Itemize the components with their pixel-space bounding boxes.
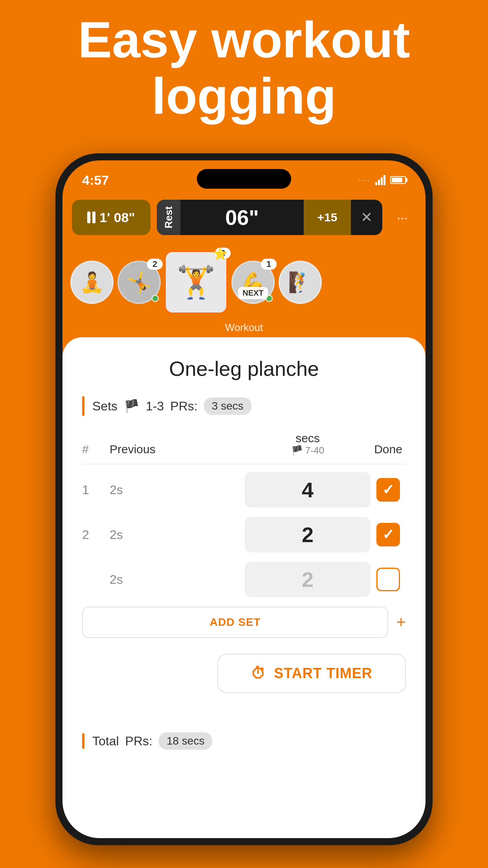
set-num-2: 2	[82, 528, 106, 542]
set-badge-2: 2	[147, 259, 163, 270]
exercise-thumb-1: 🧘	[70, 261, 114, 304]
set-num-1: 1	[82, 483, 106, 497]
carousel-item-1[interactable]: 🧘	[70, 261, 114, 304]
main-card: One-leg planche Sets 🏴 1-3 PRs: 3 secs #…	[62, 337, 426, 838]
signal-icon: ····	[358, 176, 371, 184]
timer-pause-button[interactable]: 1' 08"	[72, 200, 150, 235]
timer-bar: 1' 08" Rest 06" +15 ✕ ···	[72, 200, 416, 235]
set-prev-3: 2s	[106, 572, 245, 587]
done-checkbox-1[interactable]: ✓	[371, 478, 406, 502]
prs-label: PRs:	[170, 399, 197, 414]
sets-text: Sets 🏴 1-3 PRs: 3 secs	[92, 397, 251, 415]
col-header-done: Done	[371, 443, 406, 456]
carousel-item-4[interactable]: 💪 1 NEXT	[231, 261, 275, 304]
hero-line2: logging	[16, 68, 472, 124]
star-badge-3: ⭐	[213, 247, 227, 261]
more-button[interactable]: ···	[389, 200, 416, 235]
hero-text: Easy workout logging	[0, 12, 488, 124]
sets-info: Sets 🏴 1-3 PRs: 3 secs	[82, 396, 406, 416]
status-time: 4:57	[82, 173, 109, 188]
wifi-icon	[375, 175, 385, 185]
exercise-thumb-5: 🧗	[279, 261, 322, 304]
total-prs-label: PRs:	[125, 734, 152, 748]
rest-countdown: 06"	[180, 205, 304, 230]
col-header-prev: Previous	[106, 443, 245, 456]
col-secs-label: secs	[245, 432, 371, 445]
rest-timer: Rest 06" +15 ✕	[157, 200, 382, 235]
checkbox-unchecked-3	[376, 568, 400, 591]
set-secs-3[interactable]: 2	[245, 562, 371, 597]
exercise-carousel: 🧘 🤸 2 🏋️ 2 ⭐ �	[62, 243, 426, 322]
workout-category-label: Workout	[62, 322, 426, 334]
checkmark-2: ✓	[382, 526, 394, 543]
hero-line1: Easy workout	[16, 12, 472, 68]
status-icons: ····	[358, 175, 406, 185]
rest-label: Rest	[157, 200, 180, 235]
add-set-row: ADD SET +	[82, 607, 406, 638]
checkmark-1: ✓	[382, 482, 394, 498]
set-row-2: 2 2s 2 ✓	[82, 517, 406, 552]
flag-icon: 🏴	[124, 399, 139, 414]
done-checkbox-3[interactable]	[371, 568, 406, 591]
battery-icon	[390, 176, 406, 184]
col-header-secs: secs 🏴 7-40	[245, 432, 371, 456]
phone-frame: 4:57 ····	[55, 153, 433, 845]
set-secs-2[interactable]: 2	[245, 517, 371, 552]
carousel-item-2[interactable]: 🤸 2	[117, 261, 161, 304]
exercise-figure-2: 🤸	[127, 271, 151, 294]
add-plus-icon[interactable]: +	[396, 613, 406, 632]
table-header: # Previous secs 🏴 7-40 Done	[82, 432, 406, 464]
green-dot-2	[152, 295, 159, 302]
phone-screen: 4:57 ····	[62, 160, 426, 838]
exercise-figure-5: 🧗	[288, 271, 312, 294]
dynamic-island	[197, 169, 291, 189]
col-header-num: #	[82, 443, 106, 456]
timer-elapsed: 1' 08"	[99, 210, 135, 225]
done-checkbox-2[interactable]: ✓	[371, 523, 406, 546]
exercise-figure-3: 🏋️	[176, 264, 216, 301]
add-set-button[interactable]: ADD SET	[82, 607, 388, 638]
carousel-item-5[interactable]: 🧗	[279, 261, 322, 304]
exercise-title: One-leg planche	[82, 357, 406, 381]
set-badge-4: 1	[261, 259, 277, 270]
set-row-1: 1 2s 4 ✓	[82, 472, 406, 508]
set-secs-1[interactable]: 4	[245, 472, 371, 508]
set-num-3: 3	[82, 572, 106, 587]
orange-bar	[82, 396, 84, 416]
total-prs-value: 18 secs	[159, 732, 213, 750]
total-label: Total	[92, 734, 119, 748]
prs-value: 3 secs	[204, 397, 251, 415]
total-text: Total PRs: 18 secs	[92, 732, 212, 750]
start-timer-label: START TIMER	[274, 665, 372, 682]
set-prev-2: 2s	[106, 528, 245, 542]
rest-plus-button[interactable]: +15	[304, 200, 351, 235]
checkbox-checked-1: ✓	[376, 478, 400, 502]
col-flag-range: 7-40	[305, 445, 324, 456]
exercise-figure-1: 🧘	[80, 271, 104, 294]
total-orange-bar	[82, 733, 84, 749]
checkbox-checked-2: ✓	[376, 523, 400, 546]
carousel-item-3[interactable]: 🏋️ 2 ⭐	[165, 251, 227, 314]
flag-sub-icon: 🏴	[291, 445, 303, 456]
set-prev-1: 2s	[106, 483, 245, 497]
sets-label: Sets	[92, 399, 117, 414]
col-secs-sub: 🏴 7-40	[245, 445, 371, 456]
rest-close-button[interactable]: ✕	[351, 200, 382, 235]
hourglass-icon: ⏱	[251, 665, 266, 682]
total-row: Total PRs: 18 secs	[82, 732, 406, 750]
flag-range: 1-3	[146, 399, 164, 414]
pause-icon	[87, 211, 95, 223]
start-timer-button[interactable]: ⏱ START TIMER	[217, 654, 406, 693]
set-row-3: 3 2s 2	[82, 562, 406, 597]
next-label: NEXT	[238, 287, 268, 299]
